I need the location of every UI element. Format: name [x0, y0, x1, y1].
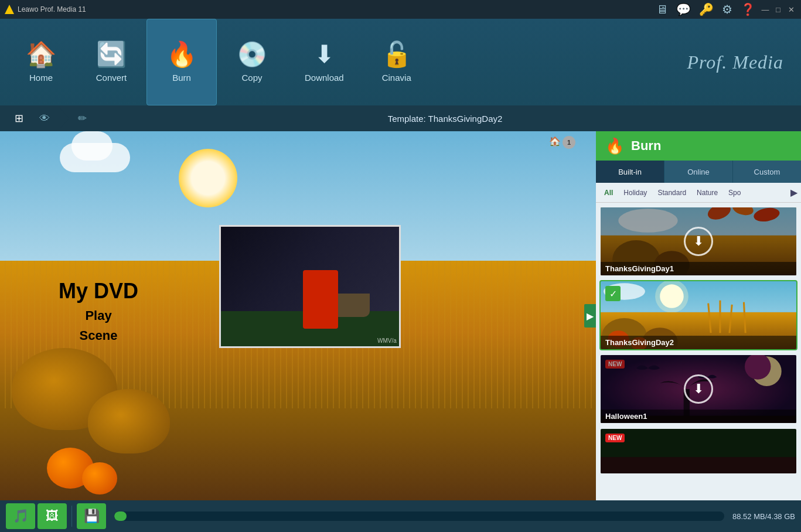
template-card-thanksgiving1[interactable]: ⬇ ThanksGivingDay1	[599, 206, 797, 277]
template-card-thanksgiving2[interactable]: ✓ ThanksGivingDay2	[599, 280, 797, 350]
arrow-sep	[60, 108, 69, 129]
template-card-halloween2[interactable]: NEW	[599, 428, 797, 475]
dvd-scene-label: Scene	[59, 328, 138, 343]
sun	[179, 149, 237, 207]
template-tabs: Built-in Online Custom	[596, 161, 801, 183]
new-badge-halloween2: NEW	[605, 434, 625, 442]
burn-header: 🔥 Burn	[596, 131, 801, 161]
cinavia-icon: 🔓	[381, 42, 412, 67]
toolbar-item-cinavia[interactable]: 🔓 Cinavia	[362, 19, 432, 105]
svg-rect-29	[601, 457, 796, 473]
toolbar-item-copy[interactable]: 💿 Copy	[217, 19, 287, 105]
template-name-3: Halloween1	[601, 410, 796, 423]
music-button[interactable]: 🎵	[6, 503, 35, 529]
filter-nature[interactable]: Nature	[692, 187, 722, 198]
svg-rect-18	[719, 301, 721, 333]
preview-area: My DVD Play Scene WMV/a 🏠 1 ▶	[0, 131, 596, 500]
tab-custom[interactable]: Custom	[733, 161, 801, 183]
close-button[interactable]: ✕	[786, 4, 796, 15]
video-watermark: WMV/a	[377, 337, 397, 344]
filter-standard[interactable]: Standard	[653, 187, 691, 198]
home-icon: 🏠	[26, 42, 56, 67]
dvd-main-title: My DVD	[59, 279, 138, 303]
home-label: Home	[29, 73, 53, 83]
preview-badge: 1	[563, 136, 575, 149]
download-icon: ⬇	[314, 42, 335, 67]
window-controls: — □ ✕	[760, 4, 796, 15]
title-bar: Leawo Prof. Media 11 🖥 💬 🔑 ⚙ ❓ — □ ✕	[0, 0, 801, 19]
burn-label: Burn	[172, 73, 191, 83]
convert-icon: 🔄	[96, 42, 127, 67]
grid-view-button[interactable]: ⊞	[6, 108, 32, 129]
halloween2-bg	[601, 429, 796, 473]
filter-holiday[interactable]: Holiday	[619, 187, 652, 198]
right-panel: 🔥 Burn Built-in Online Custom All Holida…	[596, 131, 801, 500]
filter-sports[interactable]: Spo	[724, 187, 745, 198]
video-inner: WMV/a	[221, 227, 399, 346]
copy-icon: 💿	[237, 42, 267, 67]
disc-button[interactable]: 💾	[77, 503, 106, 529]
toolbar-item-convert[interactable]: 🔄 Convert	[76, 19, 146, 105]
cloud	[60, 143, 130, 172]
eye-button[interactable]: 👁	[32, 108, 57, 129]
template-name-1: ThanksGivingDay1	[601, 262, 796, 275]
status-bar: 🎵 🖼 💾 88.52 MB/4.38 GB	[0, 500, 801, 532]
help-icon[interactable]: ❓	[741, 2, 755, 16]
storage-info: 88.52 MB/4.38 GB	[732, 512, 795, 521]
download-circle-3: ⬇	[684, 374, 713, 404]
dvd-background: My DVD Play Scene WMV/a 🏠 1 ▶	[0, 131, 596, 500]
template-card-halloween1[interactable]: NEW ⬇ Halloween1	[599, 354, 797, 424]
app-icon	[5, 5, 14, 14]
chat-icon[interactable]: 💬	[676, 2, 691, 16]
burn-header-icon: 🔥	[605, 137, 624, 155]
logo-text: Prof. Media	[687, 52, 783, 73]
filter-all[interactable]: All	[599, 187, 618, 198]
key-icon[interactable]: 🔑	[699, 2, 714, 16]
video-figure	[303, 270, 338, 329]
template-label: Template: ThanksGivingDay2	[95, 114, 795, 124]
photo-button[interactable]: 🖼	[38, 503, 67, 529]
main-toolbar: 🏠 Home 🔄 Convert 🔥 Burn 💿 Copy ⬇ Downloa…	[0, 19, 801, 105]
app-title: Leawo Prof. Media 11	[18, 5, 656, 13]
haystack-2	[88, 389, 170, 453]
filter-more-button[interactable]: ▶	[790, 187, 797, 198]
video-thumbnail: WMV/a	[219, 225, 401, 348]
collapse-panel-button[interactable]: ▶	[584, 304, 596, 328]
toolbar-item-burn[interactable]: 🔥 Burn	[146, 19, 217, 105]
amd-icon[interactable]: 🖥	[656, 3, 668, 16]
template-name-2: ThanksGivingDay2	[601, 336, 796, 349]
burn-header-label: Burn	[631, 138, 661, 154]
dvd-play-label: Play	[59, 308, 138, 323]
status-divider	[71, 506, 72, 527]
burn-icon: 🔥	[166, 42, 197, 67]
progress-fill	[114, 511, 127, 521]
progress-bar	[114, 511, 724, 521]
toolbar-item-download[interactable]: ⬇ Download	[287, 19, 362, 105]
preview-home-icon: 🏠	[549, 136, 561, 147]
download-label: Download	[305, 73, 344, 83]
templates-list: ⬇ ThanksGivingDay1	[596, 203, 801, 500]
download-circle-1: ⬇	[684, 227, 713, 256]
convert-label: Convert	[96, 73, 127, 83]
settings-icon[interactable]: ⚙	[722, 2, 732, 16]
filter-row: All Holiday Standard Nature Spo ▶	[596, 183, 801, 203]
minimize-button[interactable]: —	[760, 4, 771, 15]
pumpkin-2	[82, 462, 117, 495]
toolbar-item-home[interactable]: 🏠 Home	[6, 19, 76, 105]
tab-built-in[interactable]: Built-in	[596, 161, 664, 183]
secondary-toolbar: ⊞ 👁 ✏ Template: ThanksGivingDay2	[0, 105, 801, 131]
tab-online[interactable]: Online	[664, 161, 733, 183]
maximize-button[interactable]: □	[773, 4, 783, 15]
edit-button[interactable]: ✏	[69, 108, 95, 129]
template-check-2: ✓	[605, 286, 621, 301]
logo-area: Prof. Media	[432, 19, 795, 105]
dvd-title-area: My DVD Play Scene	[59, 279, 138, 343]
cinavia-label: Cinavia	[382, 73, 411, 83]
copy-label: Copy	[241, 73, 262, 83]
main-content: My DVD Play Scene WMV/a 🏠 1 ▶	[0, 131, 801, 500]
